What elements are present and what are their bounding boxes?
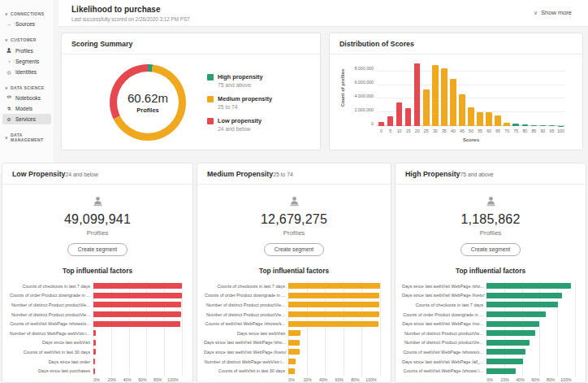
medium-profiles-label: Profiles — [197, 229, 391, 237]
show-more-button[interactable]: ∨ Show more — [534, 9, 572, 16]
models-icon: ⚗ — [6, 107, 12, 111]
factor-label: Days since last webVisit — [9, 340, 93, 345]
factor-label: Days since last webVisit WebPage /sho... — [204, 340, 288, 345]
factor-bar — [93, 349, 96, 355]
factor-bar — [288, 349, 300, 355]
factor-bar — [288, 283, 380, 289]
factor-x-ticks: 0%20%40%60%80%100% — [97, 376, 173, 383]
sidebar-section-header[interactable]: ∨DATA MANAGEMENT — [0, 130, 54, 145]
factor-row: Days since last webVisit WebPage /sho... — [204, 338, 381, 348]
factor-row: Counts of webVisit WebPage /shows/o... — [9, 319, 183, 329]
factor-bar — [288, 340, 300, 346]
factor-label: Number of distinct Product productVie... — [9, 302, 93, 307]
legend-label: Low propensity — [218, 117, 262, 124]
sidebar-section-header[interactable]: ∨CONNECTIONS — [0, 9, 54, 19]
sidebar-item-notebooks[interactable]: </>Notebooks — [2, 93, 51, 103]
distribution-y-tick: 2,000,000 — [354, 107, 374, 112]
sidebar-item-profiles[interactable]: Profiles — [2, 45, 51, 56]
factor-x-tick: 100% — [365, 377, 376, 382]
legend-item: High propensity75 and above — [207, 73, 272, 88]
sidebar-section: ∨CUSTOMERProfiles◔Segments◎Identities — [0, 35, 54, 77]
factor-row: Days since last webVisit WebPage /livetv… — [204, 347, 381, 357]
histogram-bar — [522, 124, 529, 126]
sidebar-item-label: Segments — [15, 59, 39, 64]
factor-x-tick: 60% — [531, 377, 539, 382]
histogram-bar — [468, 107, 474, 126]
distribution-x-tick: 15 — [404, 128, 413, 133]
legend-item: Low propensity24 and below — [207, 117, 272, 132]
distribution-x-tick: 25 — [422, 128, 430, 133]
low-factors-title: Top influential factors — [2, 267, 192, 275]
sidebar-item-label: Sources — [15, 21, 35, 27]
factor-row: Days since last webVisit WebPage /livetv… — [402, 291, 576, 301]
propensity-legend: High propensity75 and aboveMedium propen… — [207, 73, 272, 132]
distribution-y-axis-label: Count of profiles — [340, 63, 345, 112]
factor-row: Counts of webVisit WebPage /shows/ i... — [402, 366, 576, 376]
sidebar-section: ∨DATA SCIENCE</>Notebooks⚗Models⚙Service… — [0, 83, 54, 124]
factor-label: Counts of order Product downgrade in ... — [9, 293, 93, 298]
factor-label: Counts of webVisit in last 30 days — [9, 350, 93, 355]
legend-range: 75 and above — [218, 82, 263, 88]
distribution-y-tick: 4,000,000 — [354, 94, 374, 98]
factor-x-ticks: 0%20%40%60%80%100% — [292, 376, 371, 383]
factor-x-tick: 0% — [288, 377, 295, 382]
sidebar-item-models[interactable]: ⚗Models — [2, 103, 51, 114]
factor-bar — [288, 302, 379, 307]
factor-x-tick: 40% — [319, 377, 327, 382]
factor-row: Counts of webVisit WebPage /shows/o... — [402, 347, 576, 357]
factor-row: Number of distinct Product productVie... — [204, 300, 381, 310]
scoring-summary-title: Scoring Summary — [62, 33, 320, 54]
factor-x-tick: 0% — [93, 377, 100, 382]
create-segment-button[interactable]: Create segment — [67, 243, 128, 256]
sidebar-item-segments[interactable]: ◔Segments — [2, 56, 51, 67]
factor-x-tick: 60% — [335, 377, 344, 382]
histogram-bar — [504, 123, 510, 126]
distribution-card: Distribution of Scores Count of profiles… — [329, 33, 583, 150]
histogram-bar — [486, 112, 492, 126]
factor-bar — [93, 283, 182, 289]
chevron-down-icon: ∨ — [5, 11, 8, 16]
chevron-down-icon: ∨ — [534, 10, 538, 16]
sidebar-section-label: DATA SCIENCE — [11, 85, 44, 90]
sidebar-item-label: Services — [15, 116, 36, 122]
legend-label: High propensity — [218, 73, 263, 81]
factor-bar — [288, 359, 296, 364]
factor-x-tick: 40% — [123, 377, 131, 382]
factor-bar — [486, 293, 562, 298]
factor-x-tick: 80% — [351, 377, 359, 382]
legend-range: 24 and below — [218, 126, 262, 132]
profile-person-icon — [485, 195, 497, 209]
total-profiles-value: 60.62m — [128, 91, 168, 105]
distribution-x-tick: 60 — [485, 128, 494, 133]
histogram-bar — [540, 125, 547, 126]
factor-row: Days since last order — [9, 357, 183, 367]
factor-label: Number of distinct Product productVie... — [204, 302, 288, 307]
sidebar-section-header[interactable]: ∨CUSTOMER — [0, 35, 54, 45]
factor-label: Counts of order Product downgrade in ... — [402, 312, 486, 317]
sidebar-item-identities[interactable]: ◎Identities — [2, 67, 51, 77]
sidebar-item-sources[interactable]: →Sources — [2, 19, 51, 29]
factor-row: Counts of checkouts in last 7 days — [9, 281, 183, 291]
create-segment-button[interactable]: Create segment — [264, 243, 324, 256]
sidebar-item-services[interactable]: ⚙Services — [2, 114, 51, 124]
profile-person-icon — [92, 195, 104, 209]
factor-row: Counts of webVisit WebPage /shows/s... — [204, 319, 381, 329]
sidebar-section: ∨DATA MANAGEMENT — [0, 130, 54, 145]
histogram-bar — [441, 68, 447, 126]
factor-bar — [486, 330, 535, 336]
sidebar-section-header[interactable]: ∨DATA SCIENCE — [0, 83, 54, 93]
factor-label: Number of distinct WebPage webVisit i... — [9, 331, 93, 336]
histogram-bar — [432, 65, 439, 126]
factor-row: Number of distinct Product productVie... — [9, 300, 183, 310]
factor-label: Counts of webVisit WebPage /shows/o... — [9, 321, 93, 326]
factor-label: Counts of webVisit WebPage /shows/o... — [402, 350, 486, 355]
legend-color-chip — [207, 96, 214, 102]
factor-x-tick: 0% — [486, 377, 493, 382]
factor-row: Number of distinct WebPage webVisit i... — [9, 329, 183, 338]
app-root: ∨CONNECTIONS→Sources∨CUSTOMERProfiles◔Se… — [0, 0, 588, 383]
factor-x-tick: 20% — [501, 377, 509, 382]
histogram-bar — [396, 102, 403, 126]
create-segment-button[interactable]: Create segment — [460, 243, 521, 256]
factor-row: Days since last webVisit — [9, 338, 183, 348]
factor-bar — [486, 349, 525, 355]
